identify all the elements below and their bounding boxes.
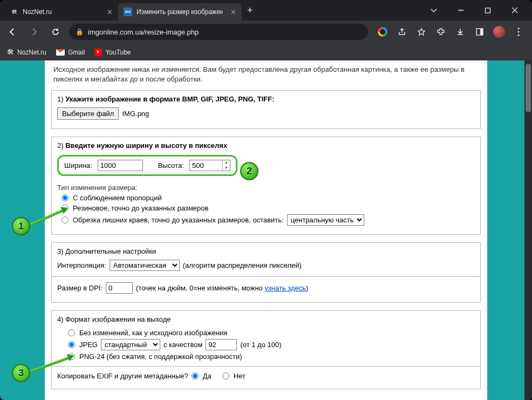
close-window-icon[interactable] — [507, 7, 522, 13]
choose-file-button[interactable]: Выберите файл — [57, 107, 119, 120]
radio-label: Резиновое, точно до указанных размеров — [73, 204, 208, 212]
back-button[interactable] — [4, 24, 21, 40]
menu-dots-icon[interactable] — [513, 26, 524, 38]
radio-format-jpeg[interactable] — [68, 341, 75, 348]
step-3-heading: 3) Дополнительные настройки — [57, 247, 475, 255]
browser-titlebar: 🛠 NozNet.ru ✕ JPG Изменить размер изобра… — [0, 0, 532, 21]
new-tab-button[interactable]: + — [242, 5, 258, 16]
exif-label: Копировать EXIF и другие метаданные? — [57, 372, 188, 380]
radio-label: Нет — [234, 372, 245, 380]
scrollbar-thumb[interactable] — [526, 64, 531, 112]
radio-exif-yes[interactable] — [192, 372, 199, 379]
address-bar: 🔒 imgonline.com.ua/resize-image.php — [0, 21, 532, 43]
svg-rect-3 — [480, 29, 483, 35]
minimize-icon[interactable] — [453, 7, 468, 13]
step-2-block: 2) Введите нужную ширину и высоту в пикс… — [51, 137, 481, 235]
tab-label: Изменить размер изображения — [137, 8, 223, 16]
bookmark-label: NozNet.ru — [17, 49, 46, 56]
account-panel-icon[interactable] — [474, 26, 486, 38]
bookmark-label: Gmail — [68, 49, 85, 56]
radio-label: Без изменений, как у исходного изображен… — [79, 329, 227, 337]
google-translate-icon[interactable] — [377, 26, 388, 38]
bookmark-star-icon[interactable] — [415, 26, 427, 38]
radio-label: С соблюдением пропорций — [73, 194, 162, 202]
bookmark-label: YouTube — [105, 49, 131, 56]
jpeg-quality-input[interactable] — [206, 339, 237, 350]
crop-position-select[interactable]: центральную часть — [287, 214, 364, 226]
lock-icon: 🔒 — [76, 28, 84, 36]
step-2-heading: 2) Введите нужную ширину и высоту в пикс… — [57, 141, 475, 150]
reload-button[interactable] — [47, 24, 64, 40]
chosen-filename: IMG.png — [122, 110, 149, 118]
spinner-arrows-icon[interactable]: ▲▼ — [222, 160, 230, 171]
dpi-help-link[interactable]: узнать здесь — [264, 284, 306, 292]
youtube-icon — [94, 49, 102, 56]
window-controls — [417, 0, 532, 21]
url-text: imgonline.com.ua/resize-image.php — [88, 28, 199, 36]
bookmark-noznet[interactable]: 🛠NozNet.ru — [6, 49, 46, 56]
profile-avatar[interactable] — [493, 26, 505, 38]
radio-label: PNG-24 (без сжатия, с поддержкой прозрач… — [79, 352, 242, 361]
width-label: Ширина: — [64, 161, 92, 170]
scrollbar-track[interactable] — [524, 60, 532, 400]
download-icon[interactable] — [454, 26, 466, 38]
height-label: Высота: — [158, 161, 184, 170]
close-icon[interactable]: ✕ — [107, 8, 113, 16]
viewport: Исходное изображение никак не изменяется… — [0, 60, 532, 400]
forward-button[interactable] — [26, 24, 42, 40]
dpi-hint: (точек на дюйм, 0=не изменять, можно узн… — [136, 284, 308, 292]
bookmark-gmail[interactable]: Gmail — [56, 49, 85, 56]
radio-exif-no[interactable] — [222, 372, 229, 379]
page-content: Исходное изображение никак не изменяется… — [45, 60, 487, 400]
radio-proportional[interactable] — [62, 194, 69, 201]
extensions-icon[interactable] — [435, 26, 447, 38]
jpeg-quality-hint: (от 1 до 100) — [240, 341, 281, 349]
wrench-icon: 🛠 — [6, 49, 14, 56]
tab-label: NozNet.ru — [23, 8, 52, 16]
interpolation-label: Интерполяция: — [57, 261, 106, 269]
dpi-input[interactable] — [106, 282, 133, 294]
step-4-block: 4) Формат изображения на выходе Без изме… — [51, 310, 481, 389]
tab-noznet[interactable]: 🛠 NozNet.ru ✕ — [4, 3, 118, 21]
radio-label: JPEG — [79, 341, 98, 349]
wrench-icon: 🛠 — [10, 8, 18, 16]
jpeg-subtype-select[interactable]: стандартный — [101, 339, 160, 350]
jpeg-quality-label: с качеством — [163, 341, 202, 349]
svg-point-5 — [517, 31, 519, 32]
dpi-label: Размер в DPI: — [57, 284, 103, 292]
svg-point-6 — [517, 34, 519, 36]
gmail-icon — [56, 49, 65, 56]
resize-type-label: Тип изменения размера: — [57, 184, 475, 192]
bookmarks-bar: 🛠NozNet.ru Gmail YouTube — [0, 43, 532, 60]
tab-imgonline[interactable]: JPG Изменить размер изображения ✕ — [118, 3, 242, 21]
radio-crop[interactable] — [62, 216, 69, 223]
interpolation-hint: (алгоритм распределения пикселей) — [183, 261, 302, 269]
omnibox[interactable]: 🔒 imgonline.com.ua/resize-image.php — [69, 24, 368, 40]
intro-text: Исходное изображение никак не изменяется… — [51, 60, 481, 90]
radio-label: Да — [203, 372, 212, 380]
share-icon[interactable] — [396, 26, 408, 38]
annotation-badge-1: 1 — [12, 217, 30, 235]
jpg-favicon-icon: JPG — [124, 8, 132, 16]
radio-format-same[interactable] — [68, 329, 75, 336]
bookmark-youtube[interactable]: YouTube — [94, 49, 131, 56]
svg-rect-1 — [486, 8, 490, 13]
annotation-badge-3: 3 — [12, 364, 30, 382]
step-4-heading: 4) Формат изображения на выходе — [57, 315, 475, 323]
step-1-block: 1) Укажите изображение в формате BMP, GI… — [51, 90, 481, 129]
step-3-block: 3) Дополнительные настройки Интерполяция… — [51, 242, 481, 303]
interpolation-select[interactable]: Автоматическая — [110, 260, 180, 271]
chevron-down-icon[interactable] — [426, 6, 441, 14]
radio-label: Обрезка лишних краев, точно до указанных… — [73, 216, 284, 224]
annotation-badge-2: 2 — [240, 162, 258, 180]
width-input[interactable] — [98, 160, 143, 171]
maximize-icon[interactable] — [480, 8, 495, 13]
close-icon[interactable]: ✕ — [230, 8, 236, 16]
svg-point-4 — [517, 28, 519, 29]
highlighted-size-inputs: Ширина: Высота: ▲▼ — [57, 155, 237, 176]
step-1-heading: 1) Укажите изображение в формате BMP, GI… — [57, 95, 475, 103]
